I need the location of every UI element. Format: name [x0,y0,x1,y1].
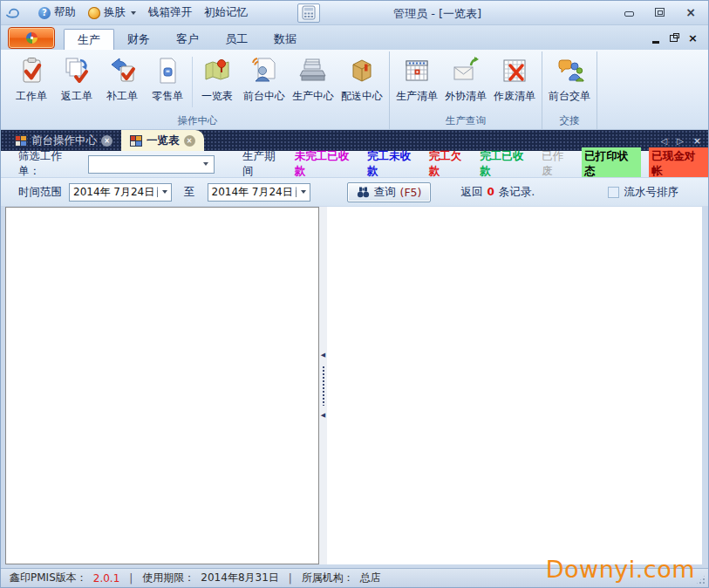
search-button-label: 查询 [374,185,396,200]
ribbon-tab-customer[interactable]: 客户 [163,29,212,50]
outsource-list-button[interactable]: 外协清单 [441,51,490,113]
mdi-close-button[interactable]: × [688,33,698,44]
frontdesk-submit-label: 前台交单 [549,89,590,104]
time-range-label: 时间范围 [18,185,62,200]
resize-grip[interactable] [695,574,706,585]
makeup-clipboard-icon [107,56,137,85]
period-label: 生产期间 [242,149,286,179]
result-count: 0 [487,186,494,198]
mdi-minimize-button[interactable] [652,41,659,44]
ribbon-tab-data[interactable]: 数据 [261,29,310,50]
group-label-handover: 交接 [545,113,594,129]
work-order-filter-combobox[interactable] [88,155,215,174]
doc-tab-overview[interactable]: 一览表 × [121,130,204,151]
rework-order-button[interactable]: 返工单 [54,51,99,113]
mdi-window-controls: × [652,33,698,44]
legend-printed-badge: 已打印状态 [582,147,641,181]
collapse-left-icon[interactable]: ◀ [321,352,325,359]
legend-finished-paid: 完工已收款 [480,149,534,179]
legend-finished-owing: 完工欠款 [429,149,473,179]
close-tab-icon[interactable]: × [693,135,701,147]
help-icon: ? [38,7,51,19]
result-suffix: 条记录. [499,185,535,200]
search-button[interactable]: 查询(F5) [347,182,432,202]
splitter-grip[interactable] [322,366,325,406]
retail-order-button[interactable]: 零售单 [145,51,190,113]
clipboard-check-icon [17,56,46,85]
binoculars-icon [357,186,370,198]
calculator-button[interactable] [297,3,320,23]
serial-sort-label: 流水号排序 [624,185,679,200]
doc-tab-close-icon[interactable]: × [184,135,195,147]
date-to-picker[interactable]: 2014年 7月24日 [208,183,310,202]
org-value: 总店 [360,571,381,585]
app-window: ? 帮助 换肤 钱箱弹开 初始记忆 管理员 - [一览表] [0,0,709,588]
menu-skin[interactable]: 换肤 [82,3,142,22]
pinwheel-icon [26,32,37,44]
ribbon-body: 工作单 返工单 [1,50,708,130]
overview-label: 一览表 [201,89,233,104]
collapse-left-icon[interactable]: ◀ [321,413,325,419]
production-list-label: 生产清单 [396,89,438,104]
overview-button[interactable]: 一览表 [194,51,240,113]
makeup-order-button[interactable]: 补工单 [99,51,145,113]
ribbon-tab-production[interactable]: 生产 [64,29,114,50]
void-list-button[interactable]: 作废清单 [490,51,539,113]
menu-cashbox[interactable]: 钱箱弹开 [142,3,198,22]
doc-tab-close-icon[interactable]: × [101,135,112,147]
menu-memory-label: 初始记忆 [204,5,248,20]
close-button[interactable]: × [685,8,696,17]
void-list-label: 作废清单 [494,89,535,104]
work-order-button[interactable]: 工作单 [9,51,54,113]
chevron-down-icon [131,11,136,15]
separator: | [126,572,136,585]
ribbon-tab-row: 生产 财务 客户 员工 数据 × [1,25,708,50]
serial-sort-option[interactable]: 流水号排序 [608,185,679,200]
panel-splitter[interactable]: ◀ ◀ [319,207,327,564]
application-menu-button[interactable] [8,27,55,49]
menu-help-label: 帮助 [54,5,76,20]
overview-map-icon [202,56,232,85]
doc-tab-frontdesk[interactable]: 前台操作中心 × [6,130,121,151]
delivery-center-button[interactable]: 配送中心 [337,51,386,113]
org-label: 所属机构： [302,571,354,585]
window-title: 管理员 - [一览表] [393,6,481,22]
status-legend: 未完工已收款 完工未收款 完工欠款 完工已收款 已作废 已打印状态 已现金对帐 [295,147,708,181]
to-label: 至 [184,185,195,200]
menu-skin-label: 换肤 [104,5,126,20]
scroll-tabs-right-icon[interactable]: ▷ [677,136,684,146]
date-from-value: 2014年 7月24日 [73,185,154,200]
serial-sort-checkbox[interactable] [608,187,619,198]
detail-panel[interactable] [327,207,702,564]
filter-toolbar: 筛选工作单： 生产期间 未完工已收款 完工未收款 完工欠款 完工已收款 已作废 … [1,151,708,177]
menu-memory[interactable]: 初始记忆 [198,3,254,22]
doc-tab-frontdesk-label: 前台操作中心 [31,133,97,148]
ribbon-tab-finance[interactable]: 财务 [114,29,163,50]
date-from-picker[interactable]: 2014年 7月24日 [69,183,172,202]
rework-order-label: 返工单 [61,89,92,104]
menu-help[interactable]: ? 帮助 [32,3,82,22]
minimize-button[interactable] [624,11,634,17]
filter-label: 筛选工作单： [18,149,83,179]
frontdesk-center-icon [249,56,279,85]
makeup-order-label: 补工单 [106,89,138,104]
work-order-list-panel[interactable] [5,207,319,564]
production-calendar-icon [402,56,432,85]
group-label-operation-center: 操作中心 [9,113,386,129]
void-table-icon [500,56,529,85]
frontdesk-center-button[interactable]: 前台中心 [240,51,289,113]
production-center-button[interactable]: 生产中心 [289,51,337,113]
window-grid-icon [15,135,27,147]
legend-finished-unpaid: 完工未收款 [367,149,421,179]
restore-button[interactable] [655,8,665,17]
frontdesk-submit-button[interactable]: 前台交单 [545,51,594,113]
skin-icon [88,7,100,19]
ribbon-tab-employee[interactable]: 员工 [212,29,261,50]
calendar-icon [296,187,297,197]
delivery-center-label: 配送中心 [341,89,383,104]
mdi-restore-button[interactable] [670,35,678,42]
query-toolbar: 时间范围 2014年 7月24日 至 2014年 7月24日 [1,177,708,206]
scroll-tabs-left-icon[interactable]: ◁ [660,136,667,146]
retail-order-label: 零售单 [152,89,183,104]
production-list-button[interactable]: 生产清单 [392,51,441,113]
